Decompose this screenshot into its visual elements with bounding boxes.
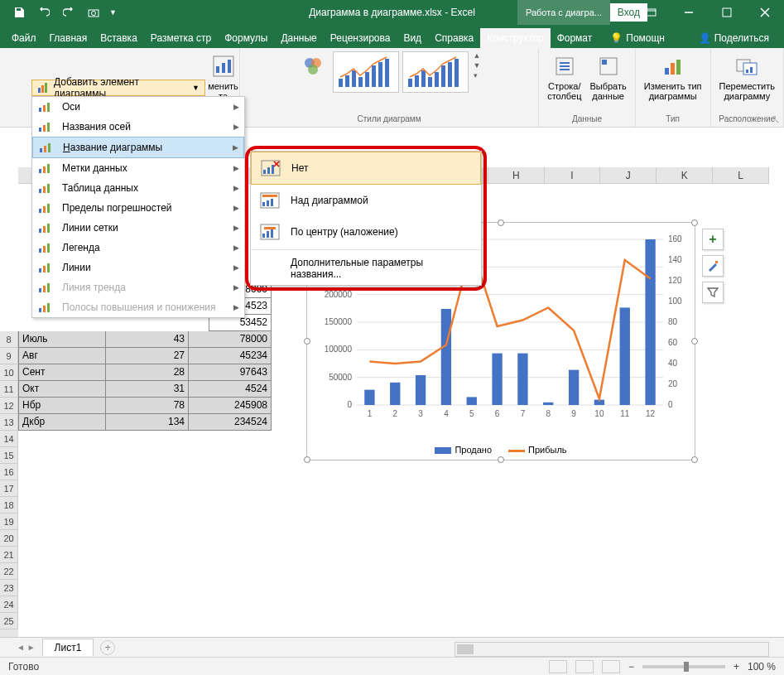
menu-item-2[interactable]: Название диаграммы▶ bbox=[32, 137, 244, 158]
cell-c12[interactable]: 245908 bbox=[189, 398, 272, 414]
tab-review[interactable]: Рецензирова bbox=[324, 28, 397, 48]
cell-c10[interactable]: 97643 bbox=[189, 364, 272, 381]
zoom-in-button[interactable]: + bbox=[733, 661, 739, 673]
undo-icon[interactable] bbox=[35, 3, 53, 22]
chart-title-more-options[interactable]: Дополнительные параметры названия... bbox=[251, 252, 481, 285]
sheet-tab-1[interactable]: Лист1 bbox=[42, 639, 94, 656]
row-header-25[interactable]: 25 bbox=[0, 613, 18, 629]
change-chart-type-button[interactable]: Изменить тип диаграммы bbox=[642, 51, 704, 103]
tell-me[interactable]: 💡Помощн bbox=[604, 28, 671, 48]
cell-a10[interactable]: Сент bbox=[18, 364, 106, 381]
tab-file[interactable]: Файл bbox=[5, 28, 43, 48]
cell-a12[interactable]: Нбр bbox=[18, 398, 106, 414]
row-header-22[interactable]: 22 bbox=[0, 563, 18, 580]
row-header-14[interactable]: 14 bbox=[0, 431, 18, 447]
ribbon-options-icon[interactable] bbox=[632, 0, 670, 25]
chart-elements-button[interactable]: + bbox=[702, 229, 724, 250]
col-header-L[interactable]: L bbox=[713, 167, 769, 183]
row-header-13[interactable]: 13 bbox=[0, 414, 18, 431]
row-header-9[interactable]: 9 bbox=[0, 348, 18, 364]
cell-b13[interactable]: 134 bbox=[106, 414, 189, 431]
col-header-K[interactable]: K bbox=[657, 167, 713, 183]
row-header-11[interactable]: 11 bbox=[0, 381, 18, 398]
zoom-slider[interactable] bbox=[642, 665, 725, 668]
menu-item-1[interactable]: Названия осей▶ bbox=[32, 117, 244, 137]
tab-help[interactable]: Справка bbox=[428, 28, 480, 48]
cell-a13[interactable]: Дкбр bbox=[18, 414, 106, 431]
tab-format[interactable]: Формат bbox=[551, 28, 599, 48]
tab-formulas[interactable]: Формулы bbox=[218, 28, 274, 48]
row-header-18[interactable]: 18 bbox=[0, 497, 18, 513]
view-page-layout-button[interactable] bbox=[575, 660, 594, 673]
row-header-17[interactable]: 17 bbox=[0, 480, 18, 497]
chart-style-2[interactable] bbox=[402, 51, 469, 93]
save-icon[interactable] bbox=[10, 3, 28, 22]
row-header-10[interactable]: 10 bbox=[0, 364, 18, 381]
gallery-down-icon[interactable]: ▼ bbox=[474, 61, 481, 70]
close-icon[interactable] bbox=[746, 0, 784, 25]
redo-icon[interactable] bbox=[60, 3, 78, 22]
zoom-out-button[interactable]: − bbox=[628, 661, 634, 673]
camera-icon[interactable] bbox=[84, 3, 103, 22]
share-button[interactable]: 👤Поделиться bbox=[692, 28, 776, 48]
maximize-icon[interactable] bbox=[708, 0, 746, 25]
cell-b8[interactable]: 43 bbox=[106, 331, 189, 348]
tab-home[interactable]: Главная bbox=[43, 28, 94, 48]
cell-b10[interactable]: 28 bbox=[106, 364, 189, 381]
tab-layout[interactable]: Разметка стр bbox=[144, 28, 218, 48]
qat-dropdown-icon[interactable]: ▼ bbox=[109, 8, 117, 17]
col-header-H[interactable]: H bbox=[488, 167, 545, 183]
row-header-8[interactable]: 8 bbox=[0, 331, 18, 348]
cell-a9[interactable]: Авг bbox=[18, 348, 106, 364]
col-header-J[interactable]: J bbox=[600, 167, 657, 183]
menu-item-0[interactable]: Оси▶ bbox=[32, 97, 244, 117]
chart-styles-button[interactable] bbox=[702, 255, 724, 277]
cell-c8[interactable]: 78000 bbox=[189, 331, 272, 348]
chart-styles-gallery[interactable] bbox=[333, 51, 469, 93]
chart-title-above[interactable]: Над диаграммой bbox=[251, 185, 481, 216]
gallery-up-icon[interactable]: ▲ bbox=[474, 51, 481, 60]
row-header-23[interactable]: 23 bbox=[0, 580, 18, 596]
cell-a8[interactable]: Июль bbox=[18, 331, 106, 348]
add-chart-element-button[interactable]: Добавить элемент диаграммы ▼ bbox=[31, 80, 205, 96]
cell-a11[interactable]: Окт bbox=[18, 381, 106, 398]
chart-title-centered-overlay[interactable]: По центру (наложение) bbox=[251, 216, 481, 248]
row-header-24[interactable]: 24 bbox=[0, 596, 18, 613]
change-layout-button[interactable]: менить та bbox=[206, 51, 240, 103]
add-sheet-button[interactable]: + bbox=[100, 640, 115, 655]
row-header-12[interactable]: 12 bbox=[0, 398, 18, 414]
minimize-icon[interactable] bbox=[670, 0, 708, 25]
sheet-nav[interactable]: ◄ ► bbox=[17, 643, 36, 652]
chart-title-none[interactable]: Нет bbox=[251, 152, 481, 185]
row-header-16[interactable]: 16 bbox=[0, 464, 18, 480]
cell-c13[interactable]: 234524 bbox=[189, 414, 272, 431]
move-chart-button[interactable]: Переместить диаграмму bbox=[718, 51, 777, 103]
chart-filters-button[interactable] bbox=[702, 282, 724, 303]
col-header-I[interactable]: I bbox=[545, 167, 601, 183]
menu-item-8[interactable]: Линии▶ bbox=[32, 258, 244, 277]
chart-style-1[interactable] bbox=[333, 51, 399, 93]
row-header-19[interactable]: 19 bbox=[0, 513, 18, 530]
select-data-button[interactable]: Выбрать данные bbox=[588, 51, 628, 103]
row-header-20[interactable]: 20 bbox=[0, 530, 18, 547]
gallery-more-icon[interactable]: ▾ bbox=[474, 71, 481, 80]
row-header-15[interactable]: 15 bbox=[0, 447, 18, 464]
tab-view[interactable]: Вид bbox=[397, 28, 428, 48]
row-header-21[interactable]: 21 bbox=[0, 547, 18, 563]
cell-b9[interactable]: 27 bbox=[106, 348, 189, 364]
collapse-ribbon-icon[interactable]: ㄟ bbox=[772, 113, 781, 125]
tab-insert[interactable]: Вставка bbox=[94, 28, 144, 48]
cell-c11[interactable]: 4524 bbox=[189, 381, 272, 398]
view-normal-button[interactable] bbox=[549, 660, 567, 673]
menu-item-5[interactable]: Пределы погрешностей▶ bbox=[32, 198, 244, 218]
switch-row-col-button[interactable]: Строка/ столбец bbox=[546, 51, 583, 103]
menu-item-6[interactable]: Линии сетки▶ bbox=[32, 218, 244, 238]
menu-item-7[interactable]: Легенда▶ bbox=[32, 238, 244, 258]
menu-item-4[interactable]: Таблица данных▶ bbox=[32, 178, 244, 198]
tab-design[interactable]: Конструктор bbox=[480, 28, 550, 48]
change-colors-button[interactable] bbox=[298, 51, 328, 81]
menu-item-3[interactable]: Метки данных▶ bbox=[32, 158, 244, 178]
view-page-break-button[interactable] bbox=[602, 660, 620, 673]
cell-c9[interactable]: 45234 bbox=[189, 348, 272, 364]
cell-b11[interactable]: 31 bbox=[106, 381, 189, 398]
